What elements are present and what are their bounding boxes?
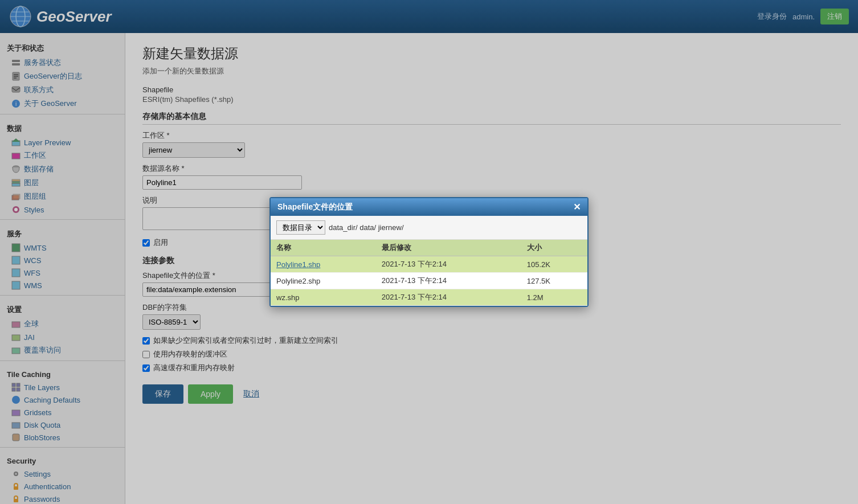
file-table-header-row: 名称 最后修改 大小	[271, 240, 587, 256]
file-dialog-header: Shapefile文件的位置 ✕	[271, 198, 587, 216]
col-size: 大小	[521, 240, 587, 256]
col-name: 名称	[271, 240, 376, 256]
table-row[interactable]: Polyline2.shp2021-7-13 下午2:14127.5K	[271, 273, 587, 289]
file-modified: 2021-7-13 下午2:14	[376, 256, 521, 273]
file-link[interactable]: Polyline1.shp	[276, 260, 320, 269]
file-dialog-path: data_dir/ data/ jiernew/	[329, 223, 582, 232]
table-row[interactable]: Polyline1.shp2021-7-13 下午2:14105.2K	[271, 256, 587, 273]
file-name: Polyline2.shp	[271, 273, 376, 289]
file-dialog-close-button[interactable]: ✕	[573, 202, 581, 212]
table-row[interactable]: wz.shp2021-7-13 下午2:141.2M	[271, 289, 587, 306]
file-dialog-nav: 数据目录 data_dir/ data/ jiernew/	[271, 216, 587, 240]
file-dialog-location-select[interactable]: 数据目录	[276, 220, 325, 235]
file-modified: 2021-7-13 下午2:14	[376, 289, 521, 306]
file-name: wz.shp	[271, 289, 376, 306]
file-table-header: 名称 最后修改 大小	[271, 240, 587, 256]
file-dialog: Shapefile文件的位置 ✕ 数据目录 data_dir/ data/ ji…	[269, 197, 589, 307]
file-size: 105.2K	[521, 256, 587, 273]
file-modified: 2021-7-13 下午2:14	[376, 273, 521, 289]
file-dialog-body: 名称 最后修改 大小 Polyline1.shp2021-7-13 下午2:14…	[271, 240, 587, 306]
file-table: 名称 最后修改 大小 Polyline1.shp2021-7-13 下午2:14…	[271, 240, 587, 306]
col-modified: 最后修改	[376, 240, 521, 256]
file-size: 127.5K	[521, 273, 587, 289]
file-size: 1.2M	[521, 289, 587, 306]
file-dialog-title: Shapefile文件的位置	[277, 202, 353, 212]
file-dialog-overlay: Shapefile文件的位置 ✕ 数据目录 data_dir/ data/ ji…	[0, 0, 858, 504]
file-table-body: Polyline1.shp2021-7-13 下午2:14105.2KPolyl…	[271, 256, 587, 306]
